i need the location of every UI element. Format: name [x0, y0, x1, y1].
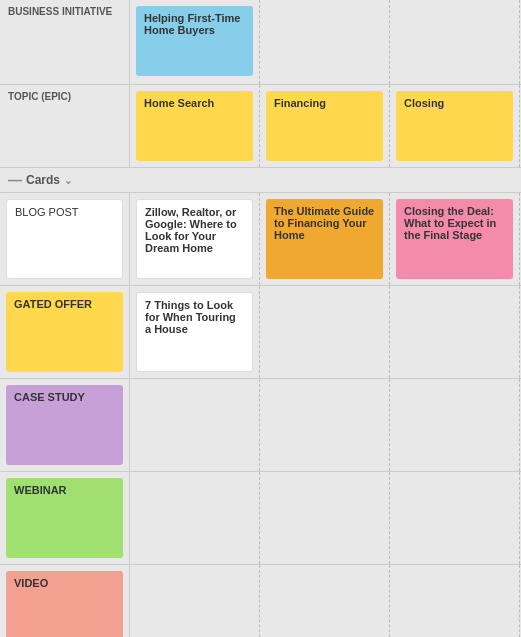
chevron-down-icon: ⌄: [64, 175, 72, 186]
topic-col-1: Home Search: [130, 85, 260, 167]
webinar-content: [130, 472, 521, 564]
topic-label: TOPIC (EPIC): [0, 85, 130, 167]
topic-row: TOPIC (EPIC) Home Search Financing Closi…: [0, 85, 521, 168]
blog-post-card-3[interactable]: Closing the Deal: What to Expect in the …: [396, 199, 513, 279]
gated-offer-card-1[interactable]: 7 Things to Look for When Touring a Hous…: [136, 292, 253, 372]
blog-post-col-3: Closing the Deal: What to Expect in the …: [390, 193, 520, 285]
cards-section-header[interactable]: — Cards ⌄: [0, 168, 521, 193]
webinar-type-label: WEBINAR: [6, 478, 123, 558]
business-col-3: [390, 0, 520, 84]
topic-card-closing[interactable]: Closing: [396, 91, 513, 161]
webinar-col-1: [130, 472, 260, 564]
blog-post-type-col: BLOG POST: [0, 193, 130, 285]
video-type-col: VIDEO: [0, 565, 130, 637]
webinar-type-col: WEBINAR: [0, 472, 130, 564]
blog-post-card-2[interactable]: The Ultimate Guide to Financing Your Hom…: [266, 199, 383, 279]
case-study-type-label: CASE STUDY: [6, 385, 123, 465]
video-type-label: VIDEO: [6, 571, 123, 637]
gated-offer-col-1: 7 Things to Look for When Touring a Hous…: [130, 286, 260, 378]
webinar-col-2: [260, 472, 390, 564]
case-study-col-2: [260, 379, 390, 471]
business-card-1[interactable]: Helping First-Time Home Buyers: [136, 6, 253, 76]
business-initiative-row: BUSINESS INITIATIVE Helping First-Time H…: [0, 0, 521, 85]
blog-post-col-1: Zillow, Realtor, or Google: Where to Loo…: [130, 193, 260, 285]
gated-offer-type-col: GATED OFFER: [0, 286, 130, 378]
gated-offer-col-3: [390, 286, 520, 378]
gated-offer-row: GATED OFFER 7 Things to Look for When To…: [0, 286, 521, 379]
webinar-row: WEBINAR: [0, 472, 521, 565]
blog-post-type-label: BLOG POST: [6, 199, 123, 279]
cards-label: Cards: [26, 173, 60, 187]
main-grid: BUSINESS INITIATIVE Helping First-Time H…: [0, 0, 521, 637]
gated-offer-col-2: [260, 286, 390, 378]
business-col-1: Helping First-Time Home Buyers: [130, 0, 260, 84]
blog-post-row: BLOG POST Zillow, Realtor, or Google: Wh…: [0, 193, 521, 286]
case-study-col-1: [130, 379, 260, 471]
topic-col-2: Financing: [260, 85, 390, 167]
case-study-type-col: CASE STUDY: [0, 379, 130, 471]
blog-post-content: Zillow, Realtor, or Google: Where to Loo…: [130, 193, 521, 285]
business-initiative-label: BUSINESS INITIATIVE: [0, 0, 130, 84]
topic-card-home-search[interactable]: Home Search: [136, 91, 253, 161]
blog-post-col-2: The Ultimate Guide to Financing Your Hom…: [260, 193, 390, 285]
gated-offer-content: 7 Things to Look for When Touring a Hous…: [130, 286, 521, 378]
case-study-row: CASE STUDY: [0, 379, 521, 472]
business-col-2: [260, 0, 390, 84]
dash-icon: —: [8, 172, 22, 188]
video-row: VIDEO: [0, 565, 521, 637]
case-study-content: [130, 379, 521, 471]
video-col-3: [390, 565, 520, 637]
video-content: [130, 565, 521, 637]
webinar-col-3: [390, 472, 520, 564]
video-col-2: [260, 565, 390, 637]
blog-post-card-1[interactable]: Zillow, Realtor, or Google: Where to Loo…: [136, 199, 253, 279]
topic-col-3: Closing: [390, 85, 520, 167]
topic-card-financing[interactable]: Financing: [266, 91, 383, 161]
video-col-1: [130, 565, 260, 637]
case-study-col-3: [390, 379, 520, 471]
gated-offer-type-label: GATED OFFER: [6, 292, 123, 372]
